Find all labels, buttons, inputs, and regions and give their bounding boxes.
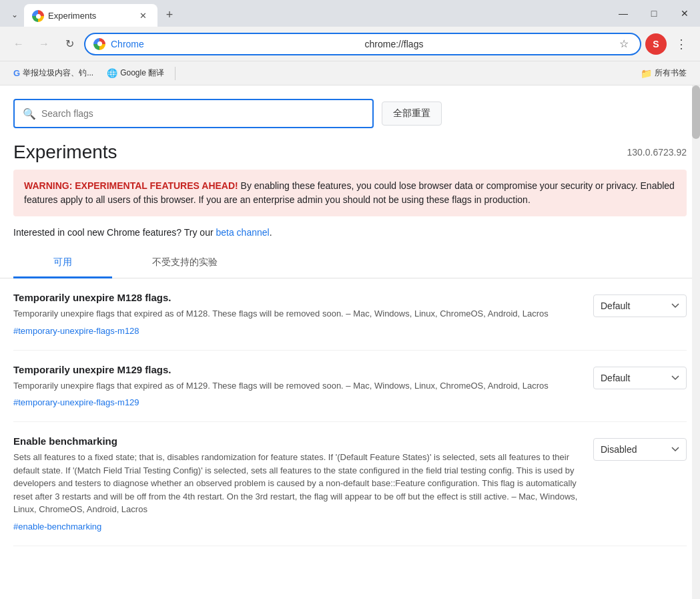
- page-title-section: Experiments 130.0.6723.92: [0, 135, 700, 170]
- address-bar[interactable]: Chrome chrome://flags ☆: [84, 33, 641, 55]
- bookmark-label-translate: Google 翻译: [120, 67, 164, 79]
- flag-info: Temporarily unexpire M128 flags. Tempora…: [13, 292, 580, 337]
- bookmarks-separator: [175, 67, 176, 80]
- beta-channel-link[interactable]: beta channel: [216, 227, 269, 238]
- main-content: 🔍 全部重置 Experiments 130.0.6723.92 WARNING…: [0, 85, 700, 599]
- all-bookmarks-folder[interactable]: 📁 所有书签: [635, 65, 692, 81]
- bookmark-item-spam[interactable]: G 举报垃圾内容、钓...: [8, 65, 99, 81]
- folder-icon: 📁: [641, 68, 652, 79]
- tab-available[interactable]: 可用: [13, 248, 112, 278]
- address-brand: Chrome: [111, 39, 357, 49]
- flag-item: Enable benchmarking Sets all features to…: [13, 422, 687, 546]
- flag-desc: Sets all features to a fixed state; that…: [13, 451, 580, 516]
- search-icon: 🔍: [23, 108, 36, 120]
- warning-box: WARNING: EXPERIMENTAL FEATURES AHEAD! By…: [13, 170, 687, 216]
- close-button[interactable]: ✕: [669, 0, 700, 27]
- flag-title: Enable benchmarking: [13, 435, 580, 447]
- new-tab-button[interactable]: +: [160, 5, 179, 24]
- refresh-button[interactable]: ↻: [59, 33, 80, 55]
- window-controls: — □ ✕: [608, 0, 700, 27]
- warning-title: WARNING: EXPERIMENTAL FEATURES AHEAD!: [24, 180, 238, 191]
- tab-title: Experiments: [48, 11, 131, 21]
- flag-item: Temporarily unexpire M129 flags. Tempora…: [13, 351, 687, 423]
- flag-title: Temporarily unexpire M129 flags.: [13, 364, 580, 375]
- flag-title: Temporarily unexpire M128 flags.: [13, 292, 580, 303]
- translate-icon: 🌐: [107, 68, 117, 78]
- profile-button[interactable]: S: [645, 33, 667, 55]
- interest-prefix: Interested in cool new Chrome features? …: [13, 227, 216, 238]
- flag-info: Temporarily unexpire M129 flags. Tempora…: [13, 364, 580, 409]
- flag-info: Enable benchmarking Sets all features to…: [13, 435, 580, 532]
- flags-list: Temporarily unexpire M128 flags. Tempora…: [0, 278, 700, 546]
- flag-desc: Temporarily unexpire flags that expired …: [13, 379, 580, 393]
- bookmark-label-spam: 举报垃圾内容、钓...: [23, 67, 93, 79]
- flag-link[interactable]: #temporary-unexpire-flags-m128: [13, 326, 139, 336]
- back-button[interactable]: ←: [8, 33, 29, 55]
- forward-button[interactable]: →: [33, 33, 55, 55]
- version-text: 130.0.6723.92: [627, 142, 687, 158]
- scrollbar-track: [692, 85, 700, 599]
- chrome-favicon-icon: [32, 10, 44, 22]
- tabs-section: 可用 不受支持的实验: [0, 248, 700, 278]
- tab-favicon: [32, 10, 43, 21]
- active-tab[interactable]: Experiments ✕: [24, 4, 157, 27]
- folder-label: 所有书签: [655, 67, 687, 79]
- bookmarks-bar: G 举报垃圾内容、钓... 🌐 Google 翻译 📁 所有书签: [0, 61, 700, 85]
- minimize-button[interactable]: —: [608, 0, 639, 27]
- interest-line: Interested in cool new Chrome features? …: [0, 227, 700, 248]
- title-bar: ⌄ Experiments ✕ + — □ ✕: [0, 0, 700, 27]
- flag-control: Default Enabled Disabled: [593, 364, 687, 389]
- toolbar: ← → ↻ Chrome chrome://flags ☆ S ⋮: [0, 27, 700, 61]
- address-url: chrome://flags: [365, 39, 611, 49]
- bookmark-item-translate[interactable]: 🌐 Google 翻译: [101, 65, 169, 81]
- reset-all-button[interactable]: 全部重置: [382, 102, 442, 126]
- maximize-button[interactable]: □: [639, 0, 669, 27]
- flag-link[interactable]: #enable-benchmarking: [13, 522, 101, 532]
- tab-prev-button[interactable]: ⌄: [5, 4, 24, 25]
- flag-control: Default Enabled Disabled: [593, 435, 687, 461]
- flag-select[interactable]: Default Enabled Disabled: [593, 294, 687, 317]
- flag-desc: Temporarily unexpire flags that expired …: [13, 307, 580, 321]
- menu-button[interactable]: ⋮: [671, 33, 692, 55]
- tab-unsupported[interactable]: 不受支持的实验: [112, 248, 258, 278]
- page-title: Experiments: [13, 142, 117, 163]
- flag-link[interactable]: #temporary-unexpire-flags-m129: [13, 397, 139, 407]
- flag-control: Default Enabled Disabled: [593, 292, 687, 317]
- address-chrome-icon: [93, 38, 105, 50]
- search-input[interactable]: [41, 108, 364, 119]
- tab-close-button[interactable]: ✕: [136, 9, 149, 22]
- flag-select[interactable]: Default Enabled Disabled: [593, 367, 687, 389]
- search-section: 🔍 全部重置: [0, 85, 700, 135]
- google-g-icon: G: [13, 68, 20, 78]
- search-box[interactable]: 🔍: [13, 99, 374, 128]
- tab-strip: ⌄ Experiments ✕ +: [0, 0, 179, 27]
- flag-select[interactable]: Default Enabled Disabled: [593, 438, 687, 461]
- scrollbar-thumb[interactable]: [692, 85, 700, 139]
- address-favicon: [93, 38, 105, 50]
- flag-item: Temporarily unexpire M128 flags. Tempora…: [13, 278, 687, 351]
- interest-suffix: .: [270, 227, 272, 238]
- bookmark-star-icon[interactable]: ☆: [616, 36, 632, 52]
